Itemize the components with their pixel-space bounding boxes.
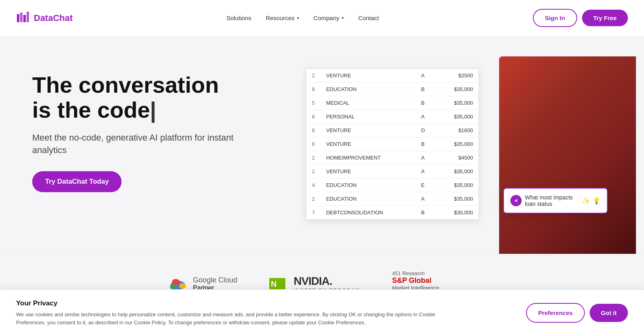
svg-rect-2 [23, 15, 26, 22]
chat-send-button[interactable] [510, 195, 522, 206]
table-row: 6 VENTURE D $1600 [306, 124, 479, 137]
table-cell-grade: E [415, 178, 436, 192]
navbar: DataChat Solutions Resources ▾ Company ▾… [0, 0, 644, 36]
google-cloud-label: Google Cloud [193, 276, 237, 285]
svg-rect-1 [20, 12, 23, 22]
send-icon [513, 198, 519, 203]
table-cell-amount: $35,000 [436, 110, 479, 124]
magic-icon-button[interactable]: ✨ [582, 197, 590, 205]
table-row: 2 EDUCATION A $35,000 [306, 192, 479, 206]
chat-query-text: What most impacts loan status [525, 194, 579, 207]
table-cell-type: VENTURE [320, 124, 415, 137]
table-cell-num: 8 [306, 83, 320, 96]
table-cell-type: PERSONAL [320, 110, 415, 124]
nav-solutions[interactable]: Solutions [226, 15, 251, 21]
nav-resources[interactable]: Resources ▾ [266, 15, 299, 21]
research-brand: S&P Global [392, 276, 476, 285]
table-cell-type: VENTURE [320, 69, 415, 83]
table-cell-amount: $35,000 [436, 165, 479, 178]
table-cell-num: 4 [306, 178, 320, 192]
table-cell-type: EDUCATION [320, 192, 415, 206]
table-cell-num: 2 [306, 192, 320, 206]
table-cell-num: 8 [306, 110, 320, 124]
table-cell-num: 5 [306, 96, 320, 110]
table-row: 2 HOMEIMPROVEMENT A $4500 [306, 151, 479, 165]
table-row: 7 DEBTCONSOLIDATION B $30,000 [306, 206, 479, 220]
gotit-button[interactable]: Got it [590, 304, 628, 313]
table-row: 2 VENTURE A $2500 [306, 69, 479, 83]
table-cell-amount: $35,000 [436, 178, 479, 192]
cookie-actions: Preferences Got it [526, 303, 628, 313]
table-cell-type: VENTURE [320, 137, 415, 151]
chat-input-overlay: What most impacts loan status ✨ 💡 [503, 188, 608, 214]
svg-point-8 [172, 279, 180, 285]
table-cell-num: 2 [306, 69, 320, 83]
research-top: 451 Research [392, 270, 476, 276]
table-row: 5 MEDICAL B $35,000 [306, 96, 479, 110]
logo-text: DataChat [34, 13, 73, 23]
nav-contact[interactable]: Contact [358, 15, 379, 21]
table-cell-grade: A [415, 192, 436, 206]
table-cell-grade: A [415, 151, 436, 165]
table-cell-amount: $35,000 [436, 137, 479, 151]
hero-title: The conversation is the code| [32, 73, 250, 122]
table-cell-type: EDUCATION [320, 83, 415, 96]
table-cell-type: DEBTCONSOLIDATION [320, 206, 415, 220]
data-table: 2 VENTURE A $2500 8 EDUCATION B $35,000 … [306, 69, 479, 220]
table-cell-grade: A [415, 110, 436, 124]
table-cell-amount: $30,000 [436, 206, 479, 220]
table-cell-amount: $35,000 [436, 96, 479, 110]
svg-rect-0 [17, 14, 19, 22]
signin-button[interactable]: Sign In [533, 9, 577, 27]
table-row: 2 VENTURE A $35,000 [306, 165, 479, 178]
table-cell-grade: B [415, 83, 436, 96]
resources-dropdown-icon: ▾ [297, 16, 299, 20]
table-row: 8 PERSONAL A $35,000 [306, 110, 479, 124]
cookie-text: We use cookies and similar technologies … [16, 311, 459, 313]
hero-section: The conversation is the code| Meet the n… [0, 36, 644, 254]
hero-subtitle: Meet the no-code, generative AI platform… [32, 132, 250, 157]
nav-actions: Sign In Try Free [533, 9, 628, 27]
cookie-banner: Your Privacy We use cookies and similar … [0, 289, 644, 313]
table-cell-amount: $4500 [436, 151, 479, 165]
table-cell-grade: B [415, 137, 436, 151]
nvidia-icon: N [269, 278, 285, 290]
company-dropdown-icon: ▾ [342, 16, 344, 20]
nvidia-label: NVIDIA. [293, 275, 332, 288]
table-cell-num: 6 [306, 137, 320, 151]
logo-data: Data [34, 13, 53, 23]
table-cell-num: 2 [306, 151, 320, 165]
svg-point-7 [180, 283, 186, 288]
logo[interactable]: DataChat [16, 11, 73, 25]
chat-action-icons: ✨ 💡 [582, 197, 601, 205]
table-cell-grade: B [415, 206, 436, 220]
table-cell-grade: A [415, 165, 436, 178]
hero-cta-button[interactable]: Try DataChat Today [32, 171, 122, 192]
cookie-title: Your Privacy [16, 299, 459, 307]
table-cell-num: 2 [306, 165, 320, 178]
table-cell-num: 7 [306, 206, 320, 220]
svg-marker-4 [514, 199, 518, 202]
table-cell-grade: D [415, 124, 436, 137]
hero-right: 2 VENTURE A $2500 8 EDUCATION B $35,000 … [306, 60, 612, 254]
lightbulb-icon-button[interactable]: 💡 [592, 197, 601, 205]
hero-gradient [499, 56, 636, 254]
nav-links: Solutions Resources ▾ Company ▾ Contact [226, 15, 379, 21]
table-cell-num: 6 [306, 124, 320, 137]
table-cell-amount: $2500 [436, 69, 479, 83]
nav-company[interactable]: Company ▾ [314, 15, 344, 21]
tryfree-button[interactable]: Try Free [582, 10, 628, 26]
preferences-button[interactable]: Preferences [526, 303, 585, 313]
cookie-left: Your Privacy We use cookies and similar … [16, 299, 459, 313]
table-cell-type: HOMEIMPROVEMENT [320, 151, 415, 165]
table-cell-type: MEDICAL [320, 96, 415, 110]
table-row: 4 EDUCATION E $35,000 [306, 178, 479, 192]
hero-left: The conversation is the code| Meet the n… [32, 60, 250, 192]
table-cell-grade: B [415, 96, 436, 110]
logo-chat: Chat [53, 13, 73, 23]
cursor: | [150, 97, 157, 122]
table-cell-amount: $35,000 [436, 192, 479, 206]
svg-text:N: N [271, 280, 277, 288]
table-cell-amount: $35,000 [436, 83, 479, 96]
table-row: 8 EDUCATION B $35,000 [306, 83, 479, 96]
